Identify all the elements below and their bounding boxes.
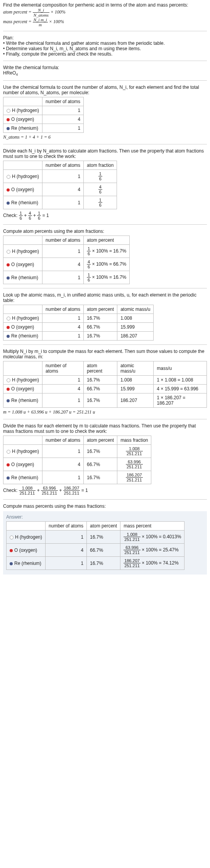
atomic-mass-text: Look up the atomic mass, m_i, in unified… <box>3 292 207 303</box>
table-row: O (oxygen)4 <box>3 115 84 124</box>
ap: 16.7% <box>84 314 117 323</box>
oxygen-dot-icon <box>7 463 10 466</box>
th-ap: atom percent <box>87 522 120 531</box>
mass-percent-formula: mass percent = N_i m_im × 100% <box>3 17 207 27</box>
v: 4 <box>42 258 84 271</box>
fd: 6 <box>87 251 91 256</box>
rhenium-dot-icon <box>7 399 10 402</box>
table-row: Re (rhenium)116 <box>3 196 117 209</box>
m: 1.008 <box>117 376 154 385</box>
mass-fraction-table: number of atomsatom percentmass fraction… <box>3 436 151 484</box>
pct: × 100% = 66.7% <box>91 261 126 267</box>
cf-base: HReO <box>3 70 16 76</box>
v: 4 <box>42 323 84 332</box>
table-row: O (oxygen)446 <box>3 183 117 196</box>
th-mp: mass percent <box>120 522 185 531</box>
e: O (oxygen) <box>14 548 37 553</box>
hydrogen-dot-icon <box>7 378 10 382</box>
c3d: 251.211 <box>63 491 80 495</box>
fd: 6 <box>87 264 91 269</box>
fd: 6 <box>87 278 91 282</box>
th-num: number of atoms <box>42 436 84 445</box>
mu: 1 × 186.207 = 186.207 <box>154 393 207 408</box>
th-num: number of atoms <box>42 161 84 170</box>
chk-r: = 1 <box>41 213 49 218</box>
c1d: 251.211 <box>19 491 36 495</box>
e: H (hydrogen) <box>12 249 39 254</box>
answer-box: Answer: number of atomsatom percentmass … <box>3 511 207 575</box>
fd: 6 <box>98 176 102 181</box>
e: O (oxygen) <box>11 324 34 330</box>
v: 4 <box>46 544 87 557</box>
atomic-mass-table: number of atomsatom percentatomic mass/u… <box>3 305 154 341</box>
oxygen-dot-icon <box>10 549 13 552</box>
cf-sub: 4 <box>16 73 18 76</box>
mass-fraction-check: Check: 1.008251.211 + 63.996251.211 + 18… <box>3 486 207 495</box>
mp-frac-n: N_i m_i <box>33 17 48 22</box>
ap: 16.7% <box>84 332 117 341</box>
table-row: Re (rhenium)116.7%186.207251.211 × 100% … <box>7 557 185 570</box>
e: Re (rhenium) <box>11 475 38 480</box>
table-row: Re (rhenium)116.7%186.207251.211 <box>3 471 151 484</box>
c1d: 6 <box>19 216 23 220</box>
m: 1.008 <box>117 314 154 323</box>
fn: 1 <box>98 171 102 176</box>
table-row: H (hydrogen)116 × 100% = 16.7% <box>3 245 130 258</box>
rhenium-dot-icon <box>7 127 10 130</box>
c2d: 251.211 <box>41 491 58 495</box>
table-row: H (hydrogen)116.7%1.008251.211 <box>3 445 151 458</box>
table-row: H (hydrogen)116.7%1.008 <box>3 314 154 323</box>
mp-lhs: mass percent = <box>3 19 33 24</box>
table-row: O (oxygen)446 × 100% = 66.7% <box>3 258 130 271</box>
atom-percent-formula: atom percent = N_iN_atoms × 100% <box>3 8 207 17</box>
th-ap: atom percent <box>84 236 130 245</box>
e: H (hydrogen) <box>12 315 39 321</box>
fd: 6 <box>98 203 102 207</box>
mu: 4 × 15.999 = 63.996 <box>154 385 207 393</box>
e: Re (rhenium) <box>11 200 38 205</box>
fd: 251.211 <box>124 563 141 568</box>
m: 15.999 <box>117 323 154 332</box>
th-amu: atomic mass/u <box>117 361 154 376</box>
c2n: 63.996 <box>41 486 58 491</box>
mass-fraction-text: Divide the mass for each element by m to… <box>3 423 207 434</box>
rhenium-dot-icon <box>10 562 13 565</box>
e: O (oxygen) <box>11 462 34 467</box>
c1n: 1.008 <box>19 486 36 491</box>
e: Re (rhenium) <box>11 275 38 280</box>
c3d: 6 <box>37 216 41 220</box>
table-row: H (hydrogen)116.7%1.008251.211 × 100% = … <box>7 531 185 544</box>
v: 4 <box>42 183 84 196</box>
r: × 100% = 74.12% <box>141 560 179 566</box>
fn: 1.008 <box>126 446 143 451</box>
r: × 100% = 0.4013% <box>141 534 181 539</box>
table-row: O (oxygen)466.7%63.996251.211 × 100% = 2… <box>7 544 185 557</box>
fn: 1 <box>98 198 102 203</box>
atom-percent-table: number of atomsatom percent H (hydrogen)… <box>3 236 130 284</box>
molecular-mass-total: m = 1.008 u + 63.996 u + 186.207 u = 251… <box>3 409 207 415</box>
fd: 251.211 <box>124 550 141 555</box>
n-h: 1 <box>42 106 84 115</box>
v: 1 <box>42 332 84 341</box>
el-o: O (oxygen) <box>11 117 34 122</box>
v: 4 <box>42 385 84 393</box>
atom-fraction-text: Divide each N_i by N_atoms to calculate … <box>3 148 207 159</box>
hydrogen-dot-icon <box>7 317 10 320</box>
n-re: 1 <box>42 124 84 133</box>
fn: 186.207 <box>126 473 143 478</box>
intro-text: Find the elemental composition for perrh… <box>3 2 207 8</box>
oxygen-dot-icon <box>7 118 10 121</box>
table-row: H (hydrogen)116.7%1.0081 × 1.008 = 1.008 <box>3 376 207 385</box>
rhenium-dot-icon <box>7 276 10 280</box>
fd: 251.211 <box>126 451 143 456</box>
ap: 16.7% <box>87 557 120 570</box>
fd: 251.211 <box>124 537 141 542</box>
ap: 16.7% <box>84 445 117 458</box>
th-amu: atomic mass/u <box>117 305 154 314</box>
atom-percent-text: Compute atom percents using the atom fra… <box>3 229 207 234</box>
e: Re (rhenium) <box>11 333 38 339</box>
ap: 16.7% <box>84 471 117 484</box>
th-num: number of atoms <box>42 305 84 314</box>
mu: 1 × 1.008 = 1.008 <box>154 376 207 385</box>
c3n: 186.207 <box>63 486 80 491</box>
